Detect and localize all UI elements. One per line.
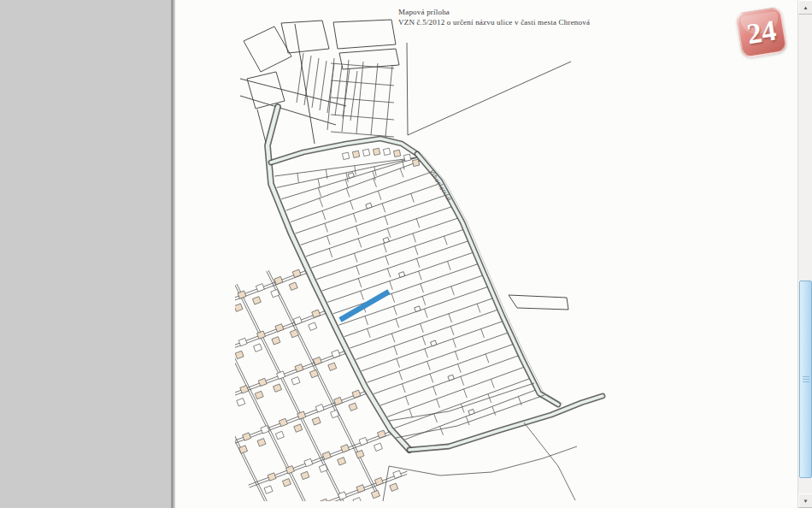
left-gray-panel: [0, 0, 174, 508]
highlighted-street: [340, 292, 389, 320]
cadastral-map-drawing: Vihorlatská: [175, 0, 797, 508]
housing-grid-layer: [175, 269, 410, 508]
street-label: Vihorlatská: [427, 168, 453, 203]
scroll-down-icon: ▼: [803, 499, 809, 504]
vertical-scrollbar[interactable]: ▲ ▼: [797, 0, 812, 508]
logo-24-badge[interactable]: 24: [735, 6, 788, 59]
scrollbar-grip-icon: [803, 376, 809, 383]
scroll-up-icon: ▲: [803, 5, 809, 10]
sliver-parcel: [509, 295, 568, 310]
scanned-map-document: Mapová príloha VZN č.5/2012 o určení náz…: [175, 0, 797, 508]
survey-and-field-lines: [383, 43, 577, 501]
scrollbar-thumb[interactable]: [799, 281, 812, 478]
scroll-up-button[interactable]: ▲: [798, 0, 812, 15]
viewer-stage: Mapová príloha VZN č.5/2012 o určení náz…: [0, 0, 812, 508]
logo-24-text: 24: [744, 15, 779, 51]
scroll-down-button[interactable]: ▼: [798, 493, 812, 508]
